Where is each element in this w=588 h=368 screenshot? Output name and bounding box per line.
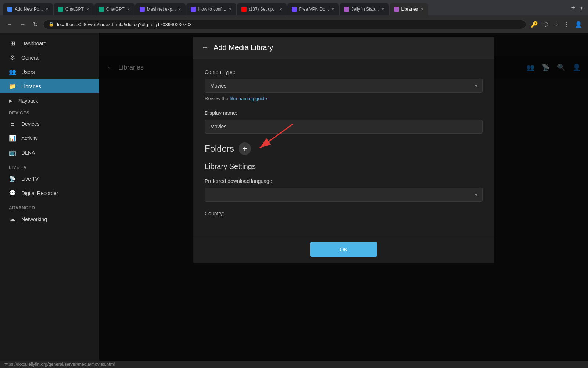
status-url: https://docs.jellyfin.org/general/server… [4,362,115,367]
sidebar-item-label: Users [21,69,35,75]
sidebar-icon: ☁ [9,216,16,223]
tab-close-button[interactable]: ✕ [229,7,232,12]
country-group: Country: [205,210,483,216]
sidebar-item-label: Networking [21,216,47,222]
browser-tab-8[interactable]: Jellyfin Stab... ✕ [340,3,389,15]
tab-bar: Add New Po... ✕ ChatGPT ✕ ChatGPT ✕ Mesh… [0,0,588,15]
browser-tab-2[interactable]: ChatGPT ✕ [54,3,94,15]
tab-label: How to confi... [198,7,226,12]
browser-tab-9[interactable]: Libraries ✕ [390,3,428,15]
main-content: ← Libraries 👥 📡 🔍 👤 ← Add Media Library [99,33,588,368]
browser-tab-7[interactable]: Free VPN Do... ✕ [287,3,339,15]
address-text: localhost:8096/web/index.html#!/dialog?d… [57,22,521,27]
add-folder-button[interactable]: + [239,142,251,155]
tab-label: ChatGPT [65,7,84,12]
tab-close-button[interactable]: ✕ [127,7,130,12]
display-name-label: Display name: [205,110,483,116]
tab-overflow-button[interactable]: ▾ [578,5,585,11]
preferred-language-select-wrapper [205,188,483,202]
folders-title: Folders [205,144,234,154]
dialog-back-button[interactable]: ← [202,44,208,52]
address-bar[interactable]: 🔒 localhost:8096/web/index.html#!/dialog… [43,20,526,29]
tab-close-button[interactable]: ✕ [420,7,424,12]
sidebar-icon: ⚙ [9,54,16,61]
cast-nav-button[interactable]: ⬡ [542,20,550,29]
dialog-title: Add Media Library [214,43,273,52]
preferred-language-select[interactable] [205,188,483,202]
tab-label: Free VPN Do... [299,7,329,12]
dialog-footer: OK [193,236,494,263]
browser-tab-1[interactable]: Add New Po... ✕ [3,3,53,15]
tab-label: (137) Set up... [249,7,277,12]
sidebar: ⊞ Dashboard ⚙ General 👥 Users 📁 Librarie… [0,33,99,368]
tab-close-button[interactable]: ✕ [86,7,89,12]
sidebar-item-devices[interactable]: 🖥 Devices [0,117,99,131]
sidebar-item-label: Digital Recorder [21,190,58,196]
browser-chrome: Add New Po... ✕ ChatGPT ✕ ChatGPT ✕ Mesh… [0,0,588,33]
sidebar-item-dashboard[interactable]: ⊞ Dashboard [0,36,99,50]
sidebar-icon: 📺 [9,149,16,156]
ok-button[interactable]: OK [310,242,377,257]
sidebar-item-general[interactable]: ⚙ General [0,50,99,65]
extensions-button[interactable]: 🔑 [529,20,539,29]
sidebar-item-label: Playback [17,98,38,104]
favorites-button[interactable]: ☆ [552,20,560,29]
sidebar-section-item-playback[interactable]: ▶ Playback [0,93,99,105]
display-name-group: Display name: [205,110,483,134]
sidebar-icon: 📁 [9,83,16,90]
tab-label: Meshnet exp... [147,7,176,12]
preferred-language-label: Preferred download language: [205,178,483,184]
sidebar-item-users[interactable]: 👥 Users [0,65,99,79]
sidebar-item-digital-recorder[interactable]: 💬 Digital Recorder [0,186,99,200]
browser-tab-4[interactable]: Meshnet exp... ✕ [135,3,186,15]
sidebar-icon: 👥 [9,68,16,75]
new-tab-button[interactable]: + [568,4,578,12]
status-bar: https://docs.jellyfin.org/general/server… [0,361,588,368]
sidebar-item-live-tv[interactable]: 📡 Live TV [0,171,99,186]
tab-close-button[interactable]: ✕ [279,7,282,12]
tab-label: Libraries [401,7,418,12]
sidebar-icon: 🖥 [9,121,16,127]
tab-close-button[interactable]: ✕ [331,7,334,12]
add-media-library-dialog: ← Add Media Library Content type: Movies… [193,37,494,263]
sidebar-icon: 📊 [9,135,16,142]
tab-favicon [394,7,399,12]
sidebar-item-libraries[interactable]: 📁 Libraries [0,79,99,93]
sidebar-icon: ▶ [9,98,12,103]
tab-favicon [140,7,145,12]
sidebar-section-devices: Devices [0,105,99,117]
sidebar-icon: ⊞ [9,40,16,47]
country-label: Country: [205,210,483,216]
sidebar-item-label: General [21,55,40,61]
sidebar-item-networking[interactable]: ☁ Networking [0,212,99,226]
dialog-overlay: ← Add Media Library Content type: Movies… [99,33,588,368]
tab-close-button[interactable]: ✕ [45,7,49,12]
reload-nav-button[interactable]: ↻ [31,20,40,29]
profile-button[interactable]: 👤 [573,20,584,29]
lock-icon: 🔒 [49,22,54,27]
tab-favicon [191,7,196,12]
tab-close-button[interactable]: ✕ [381,7,384,12]
sidebar-section-live-tv: Live TV [0,160,99,171]
tab-label: ChatGPT [106,7,125,12]
sidebar-item-activity[interactable]: 📊 Activity [0,131,99,145]
browser-tab-3[interactable]: ChatGPT ✕ [94,3,135,15]
forward-nav-button[interactable]: → [18,20,28,29]
back-nav-button[interactable]: ← [4,20,15,29]
nav-bar: ← → ↻ 🔒 localhost:8096/web/index.html#!/… [0,15,588,33]
browser-tab-5[interactable]: How to confi... ✕ [186,3,236,15]
sidebar-icon: 📡 [9,175,16,182]
film-naming-link[interactable]: film naming guide [230,96,267,101]
tab-label: Jellyfin Stab... [351,7,379,12]
content-type-select[interactable]: Movies TV Shows Music Books Photos Mixed… [205,79,483,93]
tab-close-button[interactable]: ✕ [178,7,181,12]
sidebar-icon: 💬 [9,190,16,197]
browser-menu-button[interactable]: ⋮ [562,20,571,29]
sidebar-item-label: Devices [21,121,40,127]
tab-label: Add New Po... [15,7,43,12]
app-layout: ⊞ Dashboard ⚙ General 👥 Users 📁 Librarie… [0,33,588,368]
browser-tab-6[interactable]: (137) Set up... ✕ [237,3,287,15]
dialog-header: ← Add Media Library [193,37,494,59]
display-name-input[interactable] [205,120,483,134]
sidebar-item-dlna[interactable]: 📺 DLNA [0,145,99,160]
